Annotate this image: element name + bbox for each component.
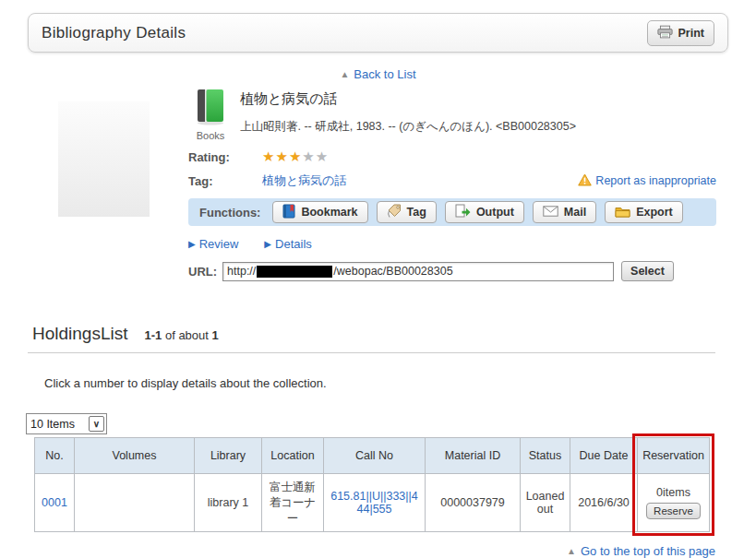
export-button-label: Export bbox=[636, 206, 673, 219]
table-row: 0001 library 1 富士通新着コーナー 615.81||U||333|… bbox=[35, 474, 710, 532]
cell-location: 富士通新着コーナー bbox=[262, 474, 324, 532]
item-number-link[interactable]: 0001 bbox=[42, 496, 67, 509]
star-icon[interactable]: ★ bbox=[289, 148, 301, 164]
holdings-title: HoldingsList bbox=[32, 324, 128, 344]
functions-bar: Functions: Bookmark bbox=[188, 198, 716, 226]
bookmark-button-label: Bookmark bbox=[301, 206, 357, 219]
star-icon[interactable]: ★ bbox=[275, 148, 287, 164]
table-header-row: No. Volumes Library Location Call No Mat… bbox=[35, 438, 710, 474]
printer-icon bbox=[657, 25, 673, 42]
report-inappropriate: Report as inappropriate bbox=[578, 173, 716, 189]
output-icon bbox=[455, 204, 471, 221]
items-per-page-select[interactable]: 10 Items ∨ bbox=[26, 413, 107, 434]
details-link[interactable]: Details bbox=[275, 237, 312, 251]
col-material-id: Material ID bbox=[426, 438, 521, 474]
warning-icon bbox=[578, 173, 592, 189]
cell-status: Loaned out bbox=[521, 474, 570, 532]
url-label: URL: bbox=[188, 265, 217, 279]
right-triangle-icon: ▶ bbox=[264, 239, 271, 249]
col-due-date: Due Date bbox=[570, 438, 638, 474]
cell-material-id: 0000037979 bbox=[426, 474, 521, 532]
reserve-button[interactable]: Reserve bbox=[646, 503, 701, 519]
rating-row: Rating: ★★★★★ bbox=[188, 149, 716, 164]
cell-no: 0001 bbox=[35, 474, 75, 532]
select-button[interactable]: Select bbox=[621, 261, 674, 281]
url-row: URL: http:// /webopac/BB00028305 Select bbox=[188, 261, 716, 281]
reservation-count: 0items bbox=[642, 486, 705, 499]
book-icon bbox=[194, 113, 227, 128]
right-triangle-icon: ▶ bbox=[188, 239, 196, 249]
url-prefix: http:// bbox=[227, 265, 256, 278]
holdings-header: HoldingsList 1-1 of about 1 bbox=[28, 324, 715, 353]
details-link-wrap: ▶Details bbox=[264, 237, 311, 251]
media-type-label: Books bbox=[188, 130, 233, 141]
cell-due-date: 2016/6/30 bbox=[570, 474, 638, 532]
print-button-label: Print bbox=[678, 27, 704, 40]
url-suffix: /webopac/BB00028305 bbox=[333, 265, 452, 278]
review-link-wrap: ▶Review bbox=[188, 237, 238, 251]
tag-icon bbox=[387, 204, 402, 221]
mail-button-label: Mail bbox=[564, 206, 586, 219]
bibliography-details-page: Bibliography Details Print ▲Back to List bbox=[0, 0, 756, 558]
holdings-total: 1 bbox=[212, 328, 219, 342]
items-per-page-value: 10 Items bbox=[27, 418, 87, 431]
rating-stars: ★★★★★ bbox=[262, 149, 329, 164]
review-details-row: ▶Review ▶Details bbox=[188, 237, 716, 251]
up-triangle-icon: ▲ bbox=[340, 69, 349, 79]
mail-icon bbox=[543, 206, 558, 220]
go-top-link[interactable]: Go to the top of this page bbox=[581, 544, 715, 558]
url-input[interactable]: http:// /webopac/BB00028305 bbox=[222, 262, 614, 281]
star-icon[interactable]: ★ bbox=[262, 148, 274, 164]
col-no: No. bbox=[35, 438, 75, 474]
call-no-link[interactable]: 615.81||U||333||444|555 bbox=[330, 490, 418, 516]
star-icon[interactable]: ★ bbox=[316, 148, 328, 164]
col-call-no: Call No bbox=[324, 438, 426, 474]
bookmark-icon bbox=[282, 204, 295, 221]
export-button[interactable]: Export bbox=[605, 201, 683, 223]
holdings-table: No. Volumes Library Location Call No Mat… bbox=[34, 437, 710, 532]
book-title: 植物と病気の話 bbox=[240, 90, 576, 108]
output-button-label: Output bbox=[476, 206, 514, 219]
url-redaction-box bbox=[257, 266, 332, 278]
report-inappropriate-link[interactable]: Report as inappropriate bbox=[595, 174, 716, 187]
print-button[interactable]: Print bbox=[647, 20, 714, 46]
holdings-table-wrap: No. Volumes Library Location Call No Mat… bbox=[34, 437, 709, 532]
mail-button[interactable]: Mail bbox=[533, 201, 596, 223]
book-cover-placeholder bbox=[58, 101, 150, 217]
col-reservation: Reservation bbox=[638, 438, 710, 474]
up-triangle-icon: ▲ bbox=[567, 546, 576, 556]
tag-row: Tag: 植物と病気の話 Report as inappropriate bbox=[188, 172, 716, 189]
tag-button[interactable]: Tag bbox=[377, 201, 437, 223]
book-byline: 上山昭則著. -- 研成社, 1983. -- (のぎへんのほん). <BB00… bbox=[240, 119, 576, 135]
chevron-down-icon: ∨ bbox=[89, 416, 104, 432]
cell-volumes bbox=[75, 474, 195, 532]
page-title: Bibliography Details bbox=[42, 24, 186, 42]
bookmark-button[interactable]: Bookmark bbox=[272, 201, 367, 223]
book-section: Books 植物と病気の話 上山昭則著. -- 研成社, 1983. -- (の… bbox=[58, 89, 756, 281]
holdings-instruction: Click a number to display details about … bbox=[44, 376, 756, 390]
col-volumes: Volumes bbox=[75, 438, 195, 474]
page-header: Bibliography Details Print bbox=[28, 13, 728, 53]
book-title-row: Books 植物と病気の話 上山昭則著. -- 研成社, 1983. -- (の… bbox=[188, 89, 716, 141]
holdings-of-text: of about bbox=[165, 328, 209, 342]
cell-reservation: 0items Reserve bbox=[638, 474, 710, 532]
media-type-badge: Books bbox=[188, 89, 233, 141]
rating-label: Rating: bbox=[188, 150, 262, 164]
tag-value-link[interactable]: 植物と病気の話 bbox=[262, 172, 347, 189]
cell-library: library 1 bbox=[195, 474, 262, 532]
book-title-texts: 植物と病気の話 上山昭則著. -- 研成社, 1983. -- (のぎへんのほん… bbox=[240, 89, 576, 141]
back-to-list-row: ▲Back to List bbox=[0, 67, 756, 81]
back-to-list-link[interactable]: Back to List bbox=[354, 67, 415, 81]
review-link[interactable]: Review bbox=[199, 237, 239, 251]
holdings-count: 1-1 of about 1 bbox=[145, 328, 219, 342]
tag-label: Tag: bbox=[188, 174, 262, 188]
star-icon[interactable]: ★ bbox=[302, 148, 314, 164]
output-button[interactable]: Output bbox=[445, 201, 524, 223]
col-location: Location bbox=[262, 438, 324, 474]
go-top-row: ▲Go to the top of this page bbox=[0, 544, 715, 558]
tag-button-label: Tag bbox=[407, 206, 426, 219]
cell-call-no: 615.81||U||333||444|555 bbox=[324, 474, 426, 532]
book-details: Books 植物と病気の話 上山昭則著. -- 研成社, 1983. -- (の… bbox=[188, 89, 716, 281]
col-status: Status bbox=[521, 438, 570, 474]
export-icon bbox=[615, 205, 630, 220]
